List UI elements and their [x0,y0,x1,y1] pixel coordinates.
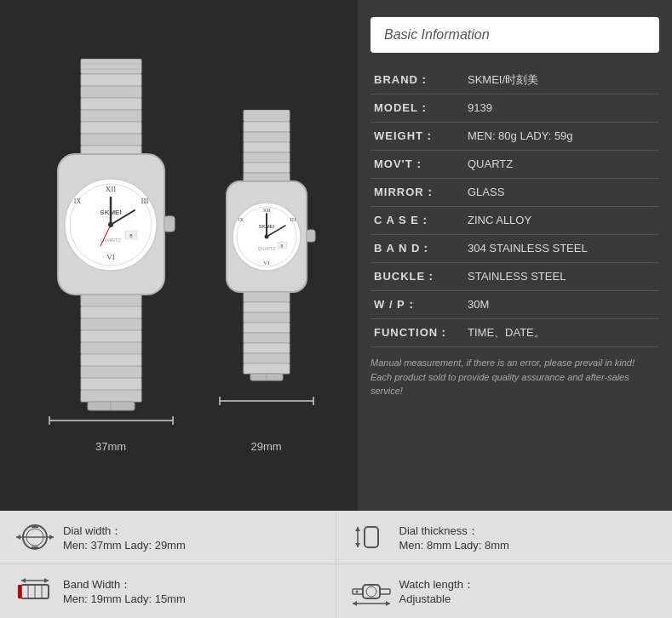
info-header-text: Basic Information [384,27,490,42]
svg-rect-48 [307,230,315,242]
band-width-icon [14,575,56,609]
spec-text-band-width: Band Width： Men: 19mm Lady: 15mm [63,577,186,605]
svg-rect-7 [81,122,141,134]
svg-rect-27 [81,306,141,318]
watch-svg-small: XII III VI IX SKMEI QUARTZ 8 [211,110,322,433]
svg-text:8: 8 [280,243,283,249]
svg-point-96 [366,587,376,597]
svg-rect-90 [18,585,21,598]
spec-label-band-width: Band Width： [63,577,186,592]
dial-width-icon [14,520,56,554]
info-note-line2: Each product sold to provide quality ass… [370,370,659,398]
svg-marker-100 [353,601,357,606]
svg-marker-101 [386,601,390,606]
svg-text:XII: XII [262,207,271,214]
svg-text:QUARTZ: QUARTZ [257,246,274,251]
info-row-case: C A S E： ZINC ALLOY [370,207,659,235]
svg-point-61 [264,234,268,238]
info-key-band: B A N D： [374,241,468,256]
svg-rect-29 [81,330,141,342]
spec-value-band-width: Men: 19mm Lady: 15mm [63,592,186,605]
info-val-weight: MEN: 80g LADY: 59g [468,129,656,142]
info-val-movt: QUARTZ [468,157,656,170]
svg-marker-84 [355,527,360,531]
svg-marker-92 [21,578,26,583]
svg-rect-42 [244,132,290,142]
svg-text:III: III [290,216,296,223]
svg-rect-6 [81,110,141,122]
spec-cell-watch-length: Watch length： Adjustable [336,564,673,618]
info-header: Basic Information [370,17,659,53]
watch-item-large: XII III VI IX SKMEI QUARTZ 8 [37,59,186,453]
watches-wrapper: XII III VI IX SKMEI QUARTZ 8 [37,59,322,453]
svg-marker-79 [49,535,54,540]
svg-rect-41 [244,122,290,132]
svg-rect-82 [365,527,378,547]
svg-rect-67 [244,343,290,353]
spec-text-watch-length: Watch length： Adjustable [399,577,474,605]
info-note: Manual measurement, if there is an error… [370,356,659,398]
svg-text:III: III [141,197,148,205]
svg-rect-11 [164,216,175,232]
info-key-buckle: BUCKLE： [374,269,468,284]
watch-label-small: 29mm [250,440,281,453]
svg-text:XII: XII [105,185,116,193]
info-key-brand: BRAND： [374,72,468,88]
svg-rect-65 [244,323,290,333]
info-row-model: MODEL： 9139 [370,94,659,123]
info-note-line1: Manual measurement, if there is an error… [370,356,659,370]
spec-cell-dial-width: Dial width： Men: 37mm Lady: 29mm [0,511,336,564]
svg-rect-26 [81,295,141,306]
svg-rect-5 [81,98,141,110]
watch-length-icon [350,575,393,609]
svg-rect-30 [81,342,141,354]
info-val-buckle: STAINLESS STEEL [468,270,656,283]
svg-rect-80 [32,525,38,528]
dial-thickness-icon [350,520,393,554]
top-section: XII III VI IX SKMEI QUARTZ 8 [0,0,672,511]
svg-rect-69 [244,363,290,374]
info-key-function: FUNCTION： [374,325,468,340]
info-row-weight: WEIGHT： MEN: 80g LADY: 59g [370,123,659,151]
info-key-case: C A S E： [374,213,468,228]
svg-rect-68 [244,353,290,363]
svg-marker-78 [16,535,20,540]
spec-cell-dial-thickness: Dial thickness： Men: 8mm Lady: 8mm [336,511,673,564]
svg-rect-0 [81,59,141,74]
svg-marker-93 [44,578,49,583]
svg-rect-28 [81,318,141,330]
svg-rect-64 [244,312,290,323]
spec-label-watch-length: Watch length： [399,577,474,592]
info-row-wp: W / P： 30M [370,291,659,319]
bottom-section: Dial width： Men: 37mm Lady: 29mm Dial th… [0,511,672,618]
info-table: BRAND： SKMEI/时刻美 MODEL： 9139 WEIGHT： MEN… [370,66,659,494]
svg-rect-8 [81,134,141,146]
svg-text:IX: IX [238,217,244,222]
svg-rect-32 [81,366,141,378]
info-panel: Basic Information BRAND： SKMEI/时刻美 MODEL… [358,0,672,511]
main-container: XII III VI IX SKMEI QUARTZ 8 [0,0,672,618]
info-key-weight: WEIGHT： [374,129,468,144]
info-row-brand: BRAND： SKMEI/时刻美 [370,66,659,94]
info-row-mirror: MIRROR： GLASS [370,179,659,207]
info-row-function: FUNCTION： TIME、DATE。 [370,319,659,347]
info-val-band: 304 STAINLESS STEEL [468,242,656,255]
svg-rect-44 [244,152,290,163]
svg-rect-43 [244,142,290,152]
spec-cell-band-width: Band Width： Men: 19mm Lady: 15mm [0,564,336,618]
svg-rect-3 [81,74,141,86]
spec-value-dial-thickness: Men: 8mm Lady: 8mm [399,539,509,552]
info-val-model: 9139 [468,101,656,114]
watch-area: XII III VI IX SKMEI QUARTZ 8 [0,0,358,511]
svg-rect-62 [244,292,290,302]
watch-label-large: 37mm [95,440,126,453]
svg-rect-45 [244,163,290,173]
info-row-band: B A N D： 304 STAINLESS STEEL [370,235,659,263]
info-val-case: ZINC ALLOY [468,214,656,226]
spec-label-dial-thickness: Dial thickness： [399,524,509,539]
svg-rect-63 [244,302,290,312]
svg-point-98 [355,590,358,592]
info-row-movt: MOV'T： QUARTZ [370,151,659,179]
spec-label-dial-width: Dial width： [63,524,186,539]
svg-point-25 [108,222,113,227]
